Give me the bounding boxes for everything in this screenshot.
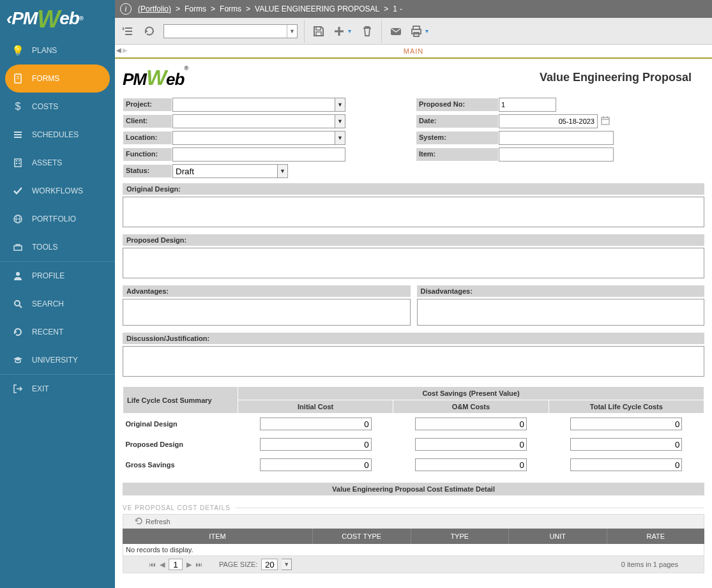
sidebar-item-plans[interactable]: 💡 PLANS xyxy=(0,36,115,64)
refresh-icon[interactable] xyxy=(135,517,143,525)
location-input[interactable] xyxy=(172,131,335,145)
col-item[interactable]: ITEM xyxy=(123,529,313,544)
project-dropdown[interactable]: ▼ xyxy=(335,98,345,112)
grid-footer: ⏮ ◀ ▶ ⏭ PAGE SIZE: ▼ 0 items in 1 pages xyxy=(123,556,704,573)
client-dropdown[interactable]: ▼ xyxy=(335,114,345,128)
status-input[interactable] xyxy=(172,164,278,178)
function-input[interactable] xyxy=(172,147,345,162)
sidebar-item-tools[interactable]: TOOLS xyxy=(0,233,115,261)
page-input[interactable] xyxy=(169,559,183,570)
proposed-no-input[interactable] xyxy=(499,98,556,112)
prev-tab-icon[interactable]: ◀ xyxy=(116,47,123,56)
calendar-icon[interactable] xyxy=(601,116,611,126)
svg-point-15 xyxy=(16,272,20,276)
sidebar-item-portfolio[interactable]: PORTFOLIO xyxy=(0,205,115,233)
breadcrumb-portfolio[interactable]: (Portfolio) xyxy=(138,4,171,13)
gross-total-input[interactable] xyxy=(570,458,682,471)
chevron-down-icon[interactable]: ▼ xyxy=(287,25,297,38)
page-size-dropdown[interactable]: ▼ xyxy=(282,559,292,570)
svg-rect-7 xyxy=(16,160,17,162)
status-dropdown[interactable]: ▼ xyxy=(278,164,288,178)
disadvantages-input[interactable] xyxy=(417,299,705,326)
prop-oanm-input[interactable] xyxy=(415,438,527,451)
total-header: Total Life Cycle Costs xyxy=(549,400,704,414)
discussion-input[interactable] xyxy=(123,346,704,377)
date-input[interactable] xyxy=(499,114,598,128)
proposed-design-label: Proposed Design: xyxy=(123,234,704,246)
svg-rect-6 xyxy=(15,159,21,167)
col-rate[interactable]: RATE xyxy=(607,529,705,544)
next-page-icon[interactable]: ▶ xyxy=(186,561,192,569)
first-page-icon[interactable]: ⏮ xyxy=(149,561,156,568)
tab-main[interactable]: MAIN xyxy=(404,47,424,55)
prop-initial-input[interactable] xyxy=(260,438,372,451)
refresh-button[interactable]: Refresh xyxy=(146,518,170,525)
sidebar-item-profile[interactable]: PROFILE xyxy=(0,262,115,290)
list-icon xyxy=(10,130,26,140)
cost-savings-header: Cost Savings (Present Value) xyxy=(238,387,704,400)
history-icon[interactable] xyxy=(142,24,157,39)
record-selector[interactable]: ▼ xyxy=(163,24,298,38)
prev-page-icon[interactable]: ◀ xyxy=(160,561,165,569)
sidebar-item-label: UNIVERSITY xyxy=(32,356,78,365)
orig-initial-input[interactable] xyxy=(260,418,372,430)
delete-icon[interactable] xyxy=(360,24,375,39)
sidebar-item-exit[interactable]: EXIT xyxy=(0,375,115,403)
prop-total-input[interactable] xyxy=(570,438,682,451)
col-unit[interactable]: UNIT xyxy=(509,529,607,544)
breadcrumb-forms: Forms xyxy=(185,4,206,13)
sidebar-item-workflows[interactable]: WORKFLOWS xyxy=(0,177,115,205)
orig-oanm-input[interactable] xyxy=(415,418,527,430)
sidebar-item-forms[interactable]: FORMS xyxy=(5,64,110,93)
status-label: Status: xyxy=(123,164,172,178)
page-size-input[interactable] xyxy=(261,559,278,570)
add-dropdown[interactable]: ▾ xyxy=(345,25,353,38)
advantages-input[interactable] xyxy=(123,299,411,326)
outline-icon[interactable] xyxy=(120,24,135,39)
app-logo: ‹PMWeb® xyxy=(0,0,115,36)
sidebar-item-label: TOOLS xyxy=(32,243,57,252)
sidebar-item-costs[interactable]: $ COSTS xyxy=(0,93,115,121)
col-type[interactable]: TYPE xyxy=(411,529,510,544)
sidebar-item-schedules[interactable]: SCHEDULES xyxy=(0,121,115,149)
project-input[interactable] xyxy=(172,98,335,112)
print-icon[interactable] xyxy=(410,24,423,39)
grid-toolbar: Refresh xyxy=(123,514,704,529)
info-icon[interactable]: i xyxy=(120,3,132,15)
location-dropdown[interactable]: ▼ xyxy=(335,131,345,145)
breadcrumb-forms2: Forms xyxy=(220,4,241,13)
col-cost-type[interactable]: COST TYPE xyxy=(313,529,411,544)
item-input[interactable] xyxy=(499,147,614,162)
check-icon xyxy=(10,186,26,196)
gross-initial-input[interactable] xyxy=(260,458,372,471)
breadcrumb-item: VALUE ENGINEERING PROPOSAL xyxy=(255,4,379,13)
proposed-design-input[interactable] xyxy=(123,248,704,278)
add-icon[interactable] xyxy=(333,24,345,39)
ve-cost-details-fieldset: VE PROPOSAL COST DETAILS xyxy=(123,504,704,511)
breadcrumb: i (Portfolio) > Forms > Forms > VALUE EN… xyxy=(115,0,712,18)
breadcrumb-dash: - xyxy=(400,4,402,13)
next-tab-icon[interactable]: ▶ xyxy=(123,47,129,56)
toolbar: ▼ ▾ ▾ xyxy=(115,18,712,45)
sidebar-item-label: PROFILE xyxy=(32,271,64,280)
sidebar-item-university[interactable]: UNIVERSITY xyxy=(0,346,115,374)
original-design-input[interactable] xyxy=(123,197,704,227)
cost-summary-table: Life Cycle Cost Summary Cost Savings (Pr… xyxy=(123,386,704,475)
gross-oanm-input[interactable] xyxy=(415,458,527,471)
system-input[interactable] xyxy=(499,131,614,145)
sidebar-item-assets[interactable]: ASSETS xyxy=(0,149,115,177)
save-icon[interactable] xyxy=(311,24,326,39)
email-icon[interactable] xyxy=(388,24,404,39)
toolbox-icon xyxy=(10,242,26,252)
sidebar-item-search[interactable]: SEARCH xyxy=(0,290,115,318)
last-page-icon[interactable]: ⏭ xyxy=(195,561,202,568)
svg-rect-29 xyxy=(602,117,609,124)
discussion-label: Discussion/Justification: xyxy=(123,333,704,344)
sidebar-item-label: PORTFOLIO xyxy=(32,215,76,223)
sidebar-item-recent[interactable]: RECENT xyxy=(0,318,115,346)
svg-rect-27 xyxy=(412,29,421,34)
print-dropdown[interactable]: ▾ xyxy=(423,25,430,38)
orig-total-input[interactable] xyxy=(570,418,682,430)
client-input[interactable] xyxy=(172,114,335,128)
svg-rect-21 xyxy=(316,27,321,30)
